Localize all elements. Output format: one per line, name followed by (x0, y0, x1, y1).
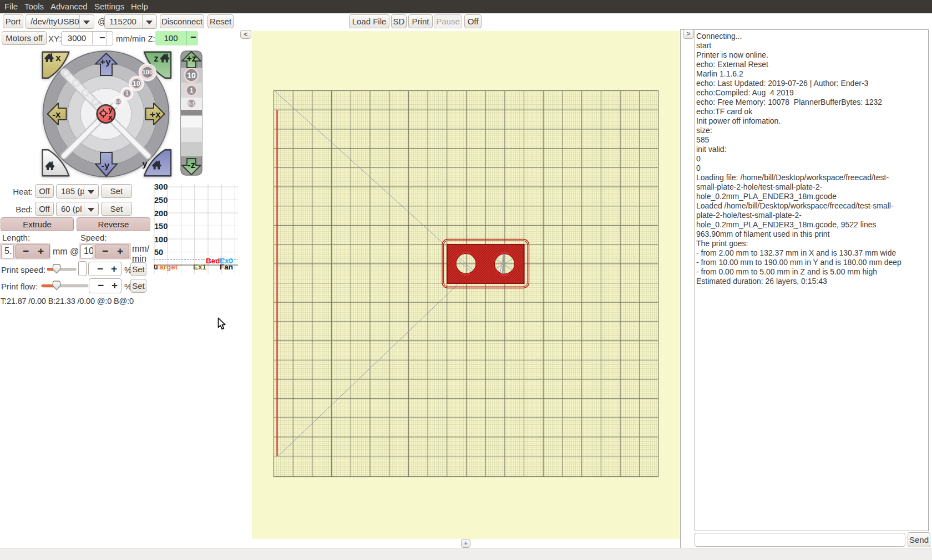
svg-text:0.1: 0.1 (188, 101, 195, 106)
svg-text:+z: +z (186, 54, 196, 63)
svg-text:250: 250 (154, 196, 168, 205)
svg-text:Fan: Fan (220, 263, 233, 271)
svg-text:+y: +y (100, 57, 111, 67)
svg-text:Target: Target (155, 263, 178, 271)
svg-text:10: 10 (133, 80, 140, 88)
svg-text:z: z (154, 53, 159, 64)
svg-text:x: x (55, 53, 61, 63)
svg-text:-y: -y (101, 160, 110, 171)
svg-text:1: 1 (125, 90, 129, 96)
svg-text:10: 10 (187, 71, 196, 80)
svg-text:200: 200 (154, 209, 168, 218)
svg-text:+x: +x (150, 109, 161, 120)
svg-text:Ex1: Ex1 (193, 263, 207, 271)
svg-text:y: y (142, 159, 148, 169)
svg-text:-x: -x (52, 109, 61, 120)
svg-text:y: y (108, 105, 113, 114)
svg-text:100: 100 (154, 235, 168, 244)
svg-text:0.1: 0.1 (115, 99, 121, 104)
svg-text:50: 50 (154, 248, 163, 257)
svg-text:100: 100 (142, 69, 153, 75)
svg-text:-z: -z (188, 160, 195, 170)
svg-text:x: x (108, 113, 113, 121)
svg-text:300: 300 (154, 184, 168, 191)
svg-text:1: 1 (190, 87, 193, 94)
svg-text:150: 150 (154, 222, 168, 231)
svg-text:Bed: Bed (206, 257, 220, 265)
